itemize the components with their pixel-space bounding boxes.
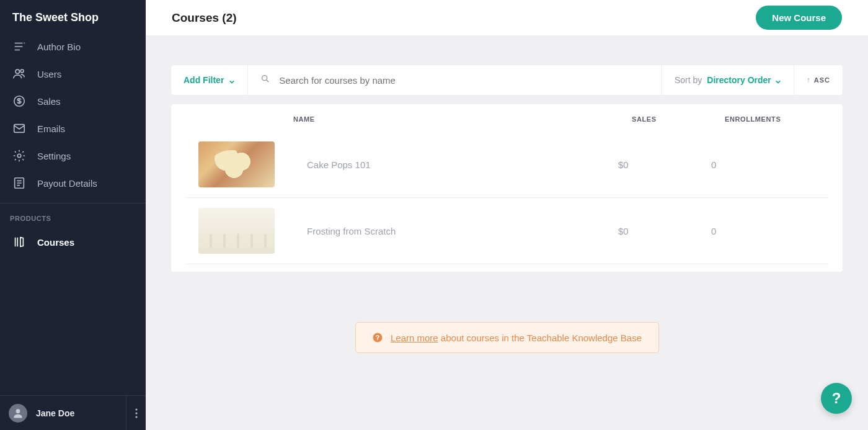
col-sales: SALES xyxy=(632,115,725,123)
course-name: Frosting from Scratch xyxy=(307,226,618,236)
nav-main: Author Bio Users Sales Emails xyxy=(0,33,146,204)
emails-icon xyxy=(12,122,26,135)
sort-by-control[interactable]: Sort by Directory Order xyxy=(662,65,794,95)
svg-point-5 xyxy=(17,154,21,158)
help-fab[interactable]: ? xyxy=(821,383,852,414)
user-name: Jane Doe xyxy=(36,408,74,418)
sidebar-item-label: Author Bio xyxy=(37,42,81,52)
sidebar-item-label: Payout Details xyxy=(37,178,97,189)
add-filter-label: Add Filter xyxy=(184,75,224,85)
sidebar-footer: Jane Doe xyxy=(0,395,146,430)
svg-point-11 xyxy=(262,76,267,81)
more-menu-button[interactable] xyxy=(126,396,146,431)
course-thumbnail xyxy=(198,208,275,254)
chevron-down-icon xyxy=(229,77,235,83)
sidebar-item-author-bio[interactable]: Author Bio xyxy=(0,33,146,60)
sidebar-item-emails[interactable]: Emails xyxy=(0,115,146,142)
content: Add Filter Sort by Directory Order xyxy=(146,36,868,430)
sales-icon xyxy=(12,94,26,108)
sidebar-item-courses[interactable]: Courses xyxy=(0,228,146,256)
svg-point-10 xyxy=(135,416,137,418)
page-title: Courses (2) xyxy=(172,11,237,25)
sidebar-section-products: PRODUCTS xyxy=(0,204,146,228)
svg-point-1 xyxy=(16,69,19,73)
toolbar: Add Filter Sort by Directory Order xyxy=(170,65,843,96)
table-row[interactable]: Frosting from Scratch $0 0 xyxy=(185,198,829,264)
svg-point-2 xyxy=(20,69,24,73)
main: Courses (2) New Course Add Filter xyxy=(146,0,868,430)
table-header: NAME SALES ENROLLMENTS xyxy=(171,104,843,132)
svg-point-9 xyxy=(135,412,137,414)
svg-point-0 xyxy=(24,43,25,43)
new-course-button[interactable]: New Course xyxy=(756,6,842,30)
sidebar-item-sales[interactable]: Sales xyxy=(0,87,146,115)
table-row[interactable]: Cake Pops 101 $0 0 xyxy=(185,132,829,198)
sidebar-item-label: Users xyxy=(37,69,61,79)
course-name: Cake Pops 101 xyxy=(307,159,618,170)
users-icon xyxy=(12,67,26,81)
avatar xyxy=(9,404,27,423)
col-enrollments: ENROLLMENTS xyxy=(725,115,818,123)
svg-text:?: ? xyxy=(376,334,379,341)
arrow-up-icon: ↑ xyxy=(807,76,810,84)
sidebar-item-label: Emails xyxy=(37,123,65,134)
payout-icon xyxy=(12,176,26,190)
sidebar-item-payout-details[interactable]: Payout Details xyxy=(0,169,146,197)
brand-title: The Sweet Shop xyxy=(0,0,146,33)
add-filter-button[interactable]: Add Filter xyxy=(171,65,248,95)
settings-icon xyxy=(12,149,26,163)
search-icon xyxy=(260,74,270,86)
sidebar-item-settings[interactable]: Settings xyxy=(0,142,146,169)
courses-icon xyxy=(12,235,26,249)
course-enrollments: 0 xyxy=(711,159,804,170)
sidebar-item-label: Sales xyxy=(37,96,61,107)
user-menu[interactable]: Jane Doe xyxy=(0,404,126,423)
search-field[interactable] xyxy=(248,65,662,95)
col-name: NAME xyxy=(293,115,632,123)
course-enrollments: 0 xyxy=(711,226,804,236)
author-bio-icon xyxy=(12,40,26,53)
learn-more-link[interactable]: Learn more xyxy=(391,333,438,343)
sort-by-label: Sort by xyxy=(675,75,702,85)
course-thumbnail xyxy=(198,141,275,187)
sort-direction-label: ASC xyxy=(814,76,830,84)
search-input[interactable] xyxy=(279,75,649,86)
chevron-down-icon xyxy=(775,77,781,83)
help-icon: ? xyxy=(372,332,383,343)
sort-direction-button[interactable]: ↑ ASC xyxy=(794,65,843,95)
svg-point-8 xyxy=(135,408,137,410)
sidebar-item-label: Courses xyxy=(37,237,74,248)
sidebar: The Sweet Shop Author Bio Users Sales xyxy=(0,0,146,430)
page-header: Courses (2) New Course xyxy=(146,0,868,36)
sort-by-value[interactable]: Directory Order xyxy=(707,75,781,85)
nav-products: Courses xyxy=(0,228,146,262)
banner-text: about courses in the Teachable Knowledge… xyxy=(438,333,642,343)
courses-table: NAME SALES ENROLLMENTS Cake Pops 101 $0 … xyxy=(170,104,843,272)
course-sales: $0 xyxy=(618,226,711,236)
svg-point-7 xyxy=(16,409,20,413)
help-banner: ? Learn more about courses in the Teacha… xyxy=(355,322,659,353)
sidebar-item-label: Settings xyxy=(37,151,71,161)
course-sales: $0 xyxy=(618,159,711,170)
sidebar-item-users[interactable]: Users xyxy=(0,60,146,87)
